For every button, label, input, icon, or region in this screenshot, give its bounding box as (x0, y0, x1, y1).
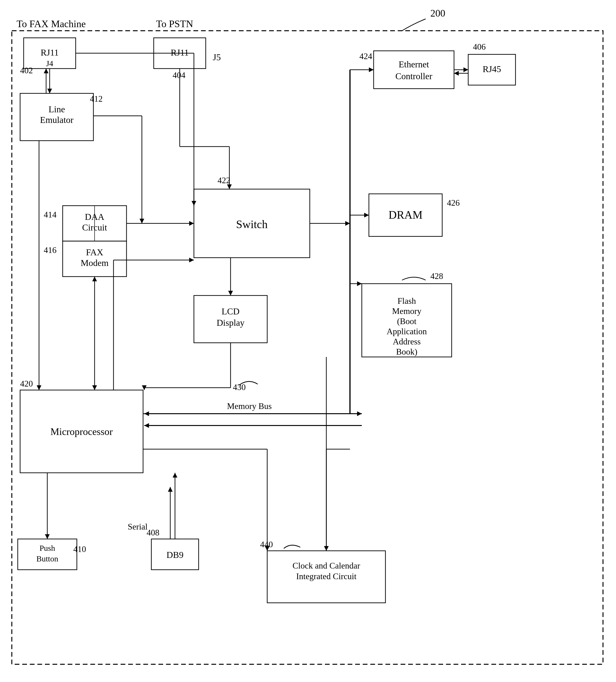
ref-410: 410 (73, 544, 86, 554)
ref-200: 200 (431, 8, 445, 19)
fax-modem-label2: Modem (81, 258, 109, 268)
ethernet-label2: Controller (395, 71, 433, 81)
ref-414: 414 (44, 210, 57, 219)
line-emulator-label1: Line (48, 104, 65, 114)
rj45-label: RJ45 (483, 64, 501, 74)
ref-424: 424 (359, 51, 372, 61)
ref-428: 428 (431, 271, 443, 281)
lcd-label1: LCD (222, 306, 240, 316)
flash-label6: Book) (396, 347, 417, 357)
push-button-label2: Button (37, 554, 59, 563)
rj11-j4-label: RJ11 (41, 47, 59, 58)
fax-modem-label1: FAX (86, 247, 103, 257)
lcd-label2: Display (217, 318, 244, 328)
switch-label: Switch (236, 218, 267, 230)
ethernet-label1: Ethernet (399, 59, 429, 69)
microprocessor-label: Microprocessor (50, 426, 113, 437)
dram-label: DRAM (389, 208, 422, 221)
clock-label2: Integrated Circuit (296, 572, 357, 581)
ref-412: 412 (90, 94, 103, 104)
j5-label: J5 (213, 52, 221, 62)
push-button-label1: Push (40, 544, 55, 552)
label-fax-machine: To FAX Machine (17, 19, 86, 29)
rj11-j5-label: RJ11 (171, 47, 189, 58)
ref-402: 402 (20, 66, 33, 75)
ethernet-controller-box (374, 51, 454, 89)
ref-404: 404 (173, 70, 185, 80)
flash-label1: Flash (397, 296, 416, 306)
ref-426: 426 (447, 198, 460, 208)
clock-label1: Clock and Calendar (292, 561, 360, 570)
ref-406: 406 (473, 42, 486, 51)
flash-label3: (Boot (397, 317, 416, 326)
ref-430: 430 (233, 383, 246, 392)
rj11-j4-sublabel: J4 (46, 59, 53, 68)
ref-422: 422 (218, 176, 230, 185)
flash-label4: Application (387, 327, 427, 336)
line-emulator-label2: Emulator (40, 115, 73, 125)
db9-label: DB9 (167, 550, 183, 560)
memory-bus-label: Memory Bus (227, 402, 272, 411)
flash-label2: Memory (392, 306, 421, 316)
flash-label5: Address (393, 337, 421, 346)
serial-label: Serial (128, 522, 148, 531)
ref-420: 420 (20, 379, 33, 388)
label-pstn: To PSTN (156, 19, 193, 29)
diagram-container: 200 To FAX Machine To PSTN RJ11 J4 402 R… (0, 0, 616, 682)
ref-408: 408 (147, 528, 159, 537)
ref-416: 416 (44, 245, 57, 255)
